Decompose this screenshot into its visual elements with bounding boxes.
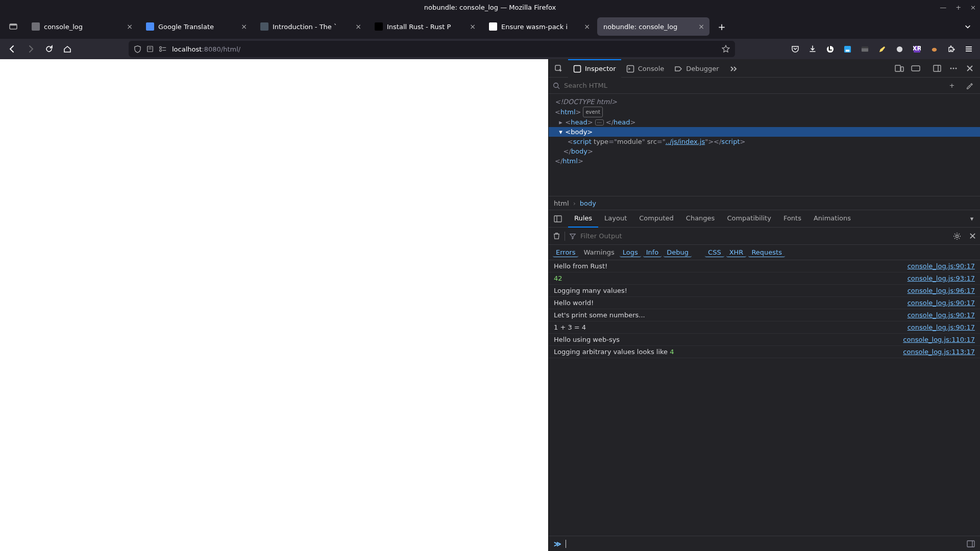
back-button[interactable]: [4, 41, 20, 57]
add-node-button[interactable]: +: [945, 79, 959, 92]
tab-close-button[interactable]: ×: [582, 21, 592, 32]
new-tab-button[interactable]: +: [714, 18, 730, 35]
ext-button-4[interactable]: [875, 42, 889, 56]
favicon-icon: [375, 22, 383, 31]
html-search-input[interactable]: [564, 82, 941, 89]
tab-layout[interactable]: Layout: [598, 210, 633, 228]
window-close-icon[interactable]: ×: [970, 4, 976, 11]
downloads-button[interactable]: [805, 42, 820, 56]
event-badge[interactable]: event: [583, 107, 602, 117]
tab-nobundle-active[interactable]: nobundle: console_log ×: [597, 17, 709, 36]
bookmark-star-icon[interactable]: [722, 45, 730, 53]
shield-icon[interactable]: [134, 45, 141, 53]
panel-tabs-overflow[interactable]: ▾: [966, 215, 978, 222]
console-tab[interactable]: Console: [621, 59, 670, 78]
permissions-icon[interactable]: [159, 45, 167, 53]
pick-element-button[interactable]: [550, 59, 568, 78]
tab-title: Google Translate: [158, 23, 237, 31]
source-link[interactable]: console_log.js:96:17: [908, 287, 975, 294]
tab-title: Install Rust - Rust P: [387, 23, 465, 31]
tab-animations[interactable]: Animations: [807, 210, 857, 228]
filter-output-input[interactable]: [580, 232, 949, 240]
ext-button-6[interactable]: XR: [910, 42, 924, 56]
tab-close-button[interactable]: ×: [353, 21, 363, 32]
recent-tabs-button[interactable]: [4, 17, 22, 36]
tab-compatibility[interactable]: Compatibility: [721, 210, 777, 228]
console-input[interactable]: ≫: [549, 536, 980, 551]
cat-requests[interactable]: Requests: [748, 248, 785, 257]
source-link[interactable]: console_log.js:90:17: [908, 311, 975, 319]
window-minimize-icon[interactable]: —: [940, 4, 946, 11]
inspector-tab[interactable]: Inspector: [568, 59, 621, 78]
pocket-button[interactable]: [788, 42, 802, 56]
rde-button-2[interactable]: [909, 61, 923, 76]
home-button[interactable]: [59, 41, 76, 57]
panel-toggle-button[interactable]: [551, 212, 565, 226]
tab-install-rust[interactable]: Install Rust - Rust P ×: [369, 17, 481, 36]
selected-node[interactable]: ▾<body>: [549, 127, 980, 137]
arrow-left-icon: [8, 45, 16, 53]
eyedropper-icon: [966, 82, 973, 89]
source-link[interactable]: console_log.js:110:17: [903, 336, 975, 343]
tab-fonts[interactable]: Fonts: [777, 210, 807, 228]
tab-rules[interactable]: Rules: [568, 210, 598, 228]
ext-button-7[interactable]: [927, 42, 941, 56]
all-tabs-button[interactable]: [960, 18, 976, 35]
tab-changes[interactable]: Changes: [680, 210, 721, 228]
ext-button-2[interactable]: [840, 42, 854, 56]
eyedropper-button[interactable]: [963, 79, 976, 92]
editor-mode-button[interactable]: [967, 540, 975, 547]
source-link[interactable]: console_log.js:90:17: [908, 323, 975, 331]
cat-errors[interactable]: Errors: [553, 248, 578, 257]
tab-wasm-pack[interactable]: Ensure wasm-pack i ×: [483, 17, 595, 36]
page-content: [0, 59, 548, 551]
cat-xhr[interactable]: XHR: [726, 248, 747, 257]
dock-side-button[interactable]: [930, 61, 944, 76]
more-options-button[interactable]: [946, 61, 961, 76]
tab-introduction[interactable]: Introduction - The ` ×: [254, 17, 366, 36]
debugger-tab[interactable]: Debugger: [669, 59, 724, 78]
svg-rect-25: [895, 65, 900, 71]
debugger-icon: [674, 65, 682, 73]
source-link[interactable]: console_log.js:90:17: [908, 299, 975, 307]
close-split-button[interactable]: [969, 233, 976, 239]
close-icon: [966, 65, 973, 72]
window-title: nobundle: console_log — Mozilla Firefox: [424, 4, 556, 11]
tab-close-button[interactable]: ×: [125, 21, 135, 32]
ext-button-5[interactable]: [892, 42, 906, 56]
rde-button[interactable]: [892, 61, 906, 76]
tab-close-button[interactable]: ×: [239, 21, 249, 32]
ext-button-1[interactable]: L: [823, 42, 837, 56]
breadcrumb-html[interactable]: html: [554, 199, 569, 207]
cat-warnings[interactable]: Warnings: [580, 248, 617, 257]
tab-close-button[interactable]: ×: [696, 21, 706, 32]
ext-button-3[interactable]: [857, 42, 872, 56]
cat-logs[interactable]: Logs: [620, 248, 641, 257]
console-categories: Errors Warnings Logs Info Debug CSS XHR …: [549, 245, 980, 260]
source-link[interactable]: console_log.js:90:17: [908, 262, 975, 270]
cat-info[interactable]: Info: [643, 248, 662, 257]
clear-console-button[interactable]: [553, 232, 560, 240]
breadcrumb-body[interactable]: body: [580, 199, 596, 207]
tab-google-translate[interactable]: Google Translate ×: [140, 17, 252, 36]
page-info-icon[interactable]: [146, 45, 154, 53]
console-settings-button[interactable]: [953, 232, 961, 240]
extensions-button[interactable]: [944, 42, 959, 56]
app-menu-button[interactable]: [962, 42, 976, 56]
markup-tree[interactable]: <!DOCTYPE html> <html>event ▸<head> ⋯ </…: [549, 94, 980, 196]
hamburger-icon: [965, 45, 973, 53]
cat-css[interactable]: CSS: [705, 248, 724, 257]
reload-button[interactable]: [41, 41, 57, 57]
more-tools-button[interactable]: [724, 59, 743, 78]
tab-console-log[interactable]: console_log ×: [26, 17, 138, 36]
tab-computed[interactable]: Computed: [633, 210, 680, 228]
window-maximize-icon[interactable]: +: [955, 4, 961, 11]
cat-debug[interactable]: Debug: [664, 248, 692, 257]
source-link[interactable]: console_log.js:93:17: [908, 274, 975, 282]
forward-button[interactable]: [22, 41, 39, 57]
devtools-close-button[interactable]: [963, 61, 977, 76]
tab-close-button[interactable]: ×: [468, 21, 478, 32]
url-bar[interactable]: localhost:8080/html/: [129, 41, 735, 57]
console-row: 1 + 3 = 4console_log.js:90:17: [549, 321, 980, 334]
source-link[interactable]: console_log.js:113:17: [903, 348, 975, 356]
